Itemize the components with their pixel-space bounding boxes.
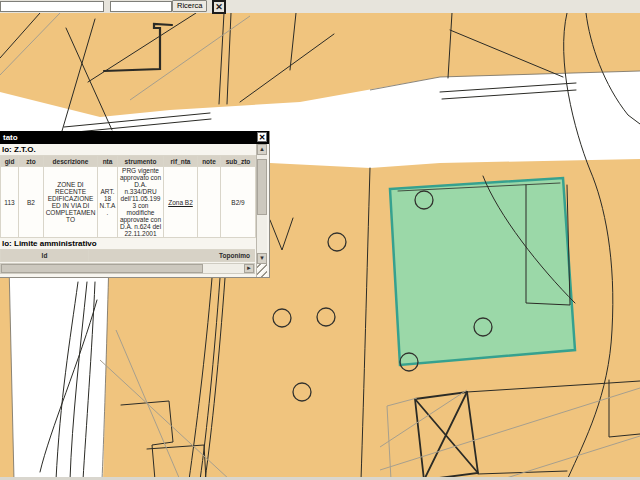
col-sub-zto: sub_zto (221, 156, 256, 167)
dialog-content: lo: Z.T.O. gid zto descrizione nta strum… (0, 144, 256, 277)
cell-zto: B2 (19, 167, 44, 238)
scroll-down-icon[interactable]: ▼ (257, 253, 267, 264)
admin-layer-label: lo: Limite amministrativo (2, 239, 256, 248)
cell-nta: ART.18 N.T.A. (98, 167, 118, 238)
admin-result-table: Id Toponimo (0, 249, 255, 262)
col-gid: gid (1, 156, 19, 167)
col-nta: nta (98, 156, 118, 167)
col-zto: zto (19, 156, 44, 167)
cell-note (198, 167, 221, 238)
search-input-secondary[interactable] (110, 1, 172, 12)
dialog-title-bar[interactable]: tato ✕ (0, 131, 269, 144)
result-dialog: tato ✕ lo: Z.T.O. gid zto descrizione nt… (0, 131, 270, 278)
cell-sub-zto: B2/9 (221, 167, 256, 238)
col-toponimo: Toponimo (89, 250, 256, 262)
cell-gid: 113 (1, 167, 19, 238)
dialog-title: tato (3, 133, 18, 142)
scroll-right-icon[interactable]: ► (244, 264, 254, 273)
toolbar-close-icon[interactable]: ✕ (212, 0, 226, 14)
zona-b2-link[interactable]: Zona B2 (168, 199, 193, 206)
col-descrizione: descrizione (44, 156, 98, 167)
search-toolbar: Ricerca ✕ (0, 0, 640, 13)
cell-strumento: PRG vigente approvato con D.A. n.334/DRU… (118, 167, 164, 238)
vertical-scrollbar-thumb[interactable] (257, 159, 267, 215)
search-input-primary[interactable] (0, 1, 104, 12)
col-rif-nta: rif_nta (164, 156, 198, 167)
cell-rif-nta: Zona B2 (164, 167, 198, 238)
resize-grip[interactable] (257, 264, 267, 277)
col-strumento: strumento (118, 156, 164, 167)
scrollbar-track[interactable] (257, 215, 267, 253)
dialog-close-icon[interactable]: ✕ (257, 132, 267, 142)
col-note: note (198, 156, 221, 167)
scroll-up-icon[interactable]: ▲ (257, 144, 267, 155)
vertical-scrollbar[interactable]: ▲ ▼ (256, 144, 267, 277)
zto-table-header-row: gid zto descrizione nta strumento rif_nt… (1, 156, 256, 167)
admin-table-header-row: Id Toponimo (1, 250, 256, 262)
search-button[interactable]: Ricerca (172, 0, 207, 12)
col-id: Id (1, 250, 89, 262)
cell-descrizione: ZONE DI RECENTE EDIFICAZIONE ED IN VIA D… (44, 167, 98, 238)
zto-result-table: gid zto descrizione nta strumento rif_nt… (0, 155, 256, 238)
horizontal-scrollbar[interactable]: ► (0, 263, 255, 274)
zto-table-data-row: 113 B2 ZONE DI RECENTE EDIFICAZIONE ED I… (1, 167, 256, 238)
zto-layer-label: lo: Z.T.O. (2, 145, 256, 154)
horizontal-scrollbar-thumb[interactable] (1, 264, 203, 273)
